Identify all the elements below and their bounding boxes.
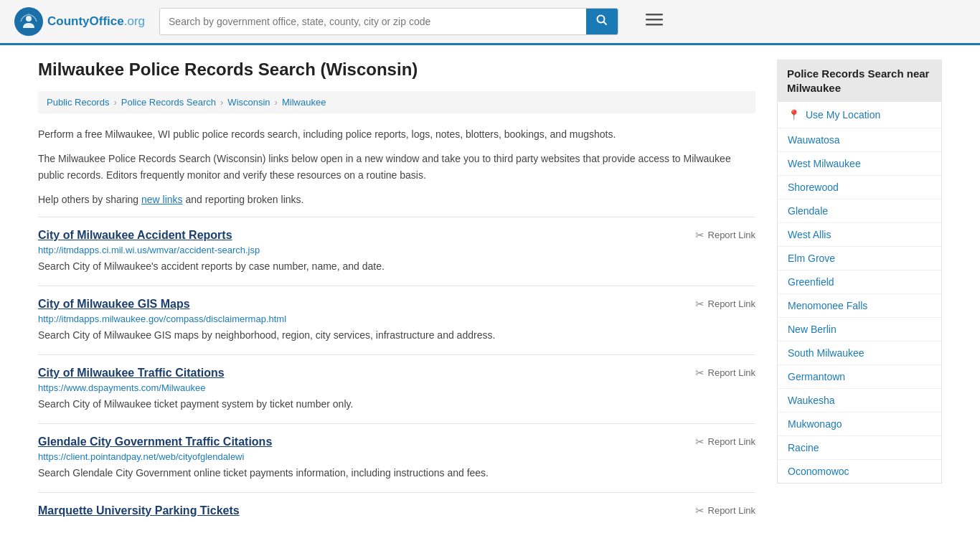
- breadcrumb-public-records[interactable]: Public Records: [47, 97, 109, 108]
- content-area: Milwaukee Police Records Search (Wiscons…: [38, 60, 755, 532]
- description-2: The Milwaukee Police Records Search (Wis…: [38, 151, 755, 183]
- result-title-1[interactable]: City of Milwaukee GIS Maps: [38, 298, 190, 311]
- results-list: City of Milwaukee Accident Reports ✂ Rep…: [38, 217, 755, 532]
- svg-line-3: [604, 22, 607, 25]
- description-3: Help others by sharing new links and rep…: [38, 192, 755, 207]
- logo-suffix: .org: [124, 14, 145, 28]
- result-title-3[interactable]: Glendale City Government Traffic Citatio…: [38, 435, 272, 448]
- sidebar-city-1[interactable]: West Milwaukee: [778, 152, 941, 176]
- svg-rect-6: [646, 24, 663, 26]
- header: CountyOffice.org: [0, 0, 980, 45]
- sidebar-city-7[interactable]: Menomonee Falls: [778, 294, 941, 318]
- breadcrumb-sep-2: ›: [220, 97, 223, 108]
- result-header-0: City of Milwaukee Accident Reports ✂ Rep…: [38, 229, 755, 242]
- svg-rect-5: [646, 19, 663, 21]
- breadcrumb: Public Records › Police Records Search ›…: [38, 91, 755, 113]
- result-header-3: Glendale City Government Traffic Citatio…: [38, 435, 755, 448]
- sidebar-heading: Police Records Search near Milwaukee: [777, 60, 942, 102]
- sidebar-body: 📍 Use My Location WauwatosaWest Milwauke…: [777, 102, 942, 484]
- result-item-4: Marquette University Parking Tickets ✂ R…: [38, 492, 755, 532]
- breadcrumb-milwaukee[interactable]: Milwaukee: [282, 97, 326, 108]
- description-1: Perform a free Milwaukee, WI public poli…: [38, 126, 755, 142]
- svg-point-1: [26, 16, 32, 22]
- page-title: Milwaukee Police Records Search (Wiscons…: [38, 60, 755, 80]
- report-link-0[interactable]: ✂ Report Link: [695, 229, 755, 242]
- logo-link[interactable]: CountyOffice.org: [14, 7, 145, 36]
- result-item-2: City of Milwaukee Traffic Citations ✂ Re…: [38, 354, 755, 423]
- result-desc-1: Search City of Milwaukee GIS maps by nei…: [38, 328, 755, 343]
- result-header-4: Marquette University Parking Tickets ✂ R…: [38, 504, 755, 517]
- menu-button[interactable]: [640, 11, 669, 32]
- report-link-1[interactable]: ✂ Report Link: [695, 298, 755, 311]
- report-link-label-0: Report Link: [708, 230, 755, 240]
- report-icon-2: ✂: [695, 367, 705, 380]
- sidebar-city-0[interactable]: Wauwatosa: [778, 128, 941, 152]
- result-title-4[interactable]: Marquette University Parking Tickets: [38, 504, 240, 517]
- sidebar-city-12[interactable]: Mukwonago: [778, 413, 941, 436]
- result-desc-3: Search Glendale City Government online t…: [38, 466, 755, 481]
- logo-text: CountyOffice.org: [47, 14, 145, 29]
- report-icon-4: ✂: [695, 504, 705, 517]
- sidebar: Police Records Search near Milwaukee 📍 U…: [777, 60, 942, 532]
- result-url-1[interactable]: http://itmdapps.milwaukee.gov/compass/di…: [38, 314, 755, 324]
- report-link-label-3: Report Link: [708, 436, 755, 447]
- use-my-location-label: Use My Location: [806, 109, 880, 121]
- result-desc-2: Search City of Milwaukee ticket payment …: [38, 397, 755, 412]
- result-item-3: Glendale City Government Traffic Citatio…: [38, 423, 755, 492]
- sidebar-city-3[interactable]: Glendale: [778, 199, 941, 223]
- sidebar-cities-list: WauwatosaWest MilwaukeeShorewoodGlendale…: [778, 128, 941, 483]
- result-desc-0: Search City of Milwaukee's accident repo…: [38, 259, 755, 274]
- main-container: Milwaukee Police Records Search (Wiscons…: [24, 45, 956, 546]
- report-link-4[interactable]: ✂ Report Link: [695, 504, 755, 517]
- sidebar-city-8[interactable]: New Berlin: [778, 318, 941, 342]
- new-links-link[interactable]: new links: [141, 194, 183, 205]
- search-input[interactable]: [160, 9, 586, 34]
- report-icon-0: ✂: [695, 229, 705, 242]
- result-url-0[interactable]: http://itmdapps.ci.mil.wi.us/wmvar/accid…: [38, 245, 755, 255]
- description-3-pre: Help others by sharing: [38, 194, 141, 205]
- sidebar-city-9[interactable]: South Milwaukee: [778, 342, 941, 365]
- sidebar-city-4[interactable]: West Allis: [778, 223, 941, 247]
- sidebar-city-5[interactable]: Elm Grove: [778, 247, 941, 270]
- description-3-post: and reporting broken links.: [183, 194, 304, 205]
- result-title-0[interactable]: City of Milwaukee Accident Reports: [38, 229, 232, 242]
- breadcrumb-sep-1: ›: [113, 97, 116, 108]
- search-button[interactable]: [586, 9, 618, 34]
- logo-icon: [14, 7, 43, 36]
- use-my-location-button[interactable]: 📍 Use My Location: [778, 102, 941, 128]
- breadcrumb-sep-3: ›: [275, 97, 278, 108]
- result-item-1: City of Milwaukee GIS Maps ✂ Report Link…: [38, 286, 755, 354]
- breadcrumb-police-records[interactable]: Police Records Search: [121, 97, 216, 108]
- logo-brand: CountyOffice: [47, 14, 124, 28]
- result-title-2[interactable]: City of Milwaukee Traffic Citations: [38, 367, 225, 380]
- report-link-label-1: Report Link: [708, 298, 755, 309]
- search-bar: [159, 8, 618, 35]
- result-url-3[interactable]: https://client.pointandpay.net/web/cityo…: [38, 451, 755, 462]
- result-url-2[interactable]: https://www.dspayments.com/Milwaukee: [38, 382, 755, 393]
- result-header-2: City of Milwaukee Traffic Citations ✂ Re…: [38, 367, 755, 380]
- pin-icon: 📍: [788, 109, 800, 121]
- report-link-2[interactable]: ✂ Report Link: [695, 367, 755, 380]
- svg-rect-4: [646, 14, 663, 16]
- result-item-0: City of Milwaukee Accident Reports ✂ Rep…: [38, 217, 755, 286]
- sidebar-city-11[interactable]: Waukesha: [778, 389, 941, 413]
- sidebar-city-6[interactable]: Greenfield: [778, 270, 941, 294]
- report-icon-3: ✂: [695, 435, 705, 448]
- result-header-1: City of Milwaukee GIS Maps ✂ Report Link: [38, 298, 755, 311]
- breadcrumb-wisconsin[interactable]: Wisconsin: [227, 97, 270, 108]
- svg-point-2: [598, 16, 605, 23]
- sidebar-city-13[interactable]: Racine: [778, 436, 941, 460]
- sidebar-city-2[interactable]: Shorewood: [778, 176, 941, 199]
- sidebar-city-10[interactable]: Germantown: [778, 365, 941, 389]
- report-link-3[interactable]: ✂ Report Link: [695, 435, 755, 448]
- sidebar-city-14[interactable]: Oconomowoc: [778, 460, 941, 483]
- report-icon-1: ✂: [695, 298, 705, 311]
- report-link-label-2: Report Link: [708, 367, 755, 378]
- report-link-label-4: Report Link: [708, 505, 755, 516]
